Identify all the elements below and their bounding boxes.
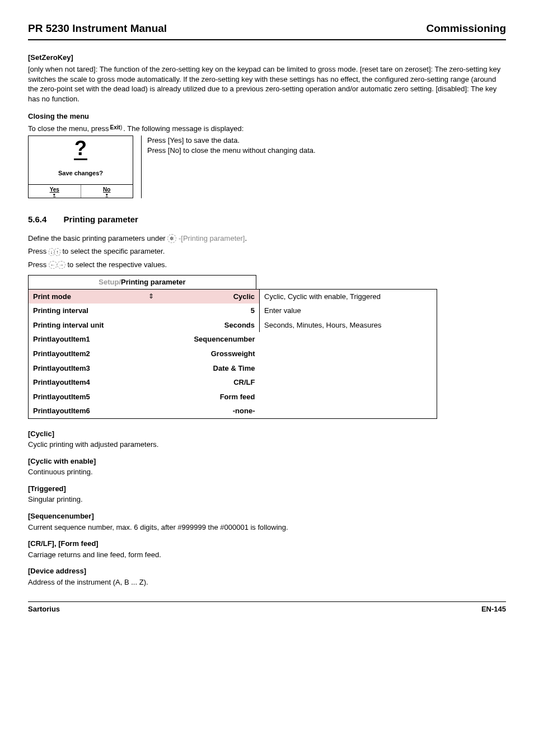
- param-label: Print mode: [29, 289, 144, 304]
- param-note: Cyclic, Cyclic with enable, Triggered: [260, 289, 437, 304]
- down-key-icon: ↓: [49, 248, 55, 256]
- definition-body: Current sequence number, max. 6 digits, …: [28, 522, 506, 533]
- lcd-save-text: Save changes?: [29, 160, 133, 184]
- definition-title: [Cyclic with enable]: [28, 456, 506, 466]
- table-row: PrintlayoutItem4CR/LF: [29, 375, 437, 390]
- param-value: Grossweight: [144, 347, 260, 361]
- section-heading: 5.6.4 Printing parameter: [28, 214, 506, 225]
- table-row: PrintlayoutItem5Form feed: [29, 390, 437, 404]
- setzerokey-title: [SetZeroKey]: [28, 53, 506, 63]
- definition-block: [Sequencenumber]Current sequence number,…: [28, 511, 506, 532]
- closing-line: To close the menu, press Exit . The foll…: [28, 124, 506, 134]
- param-note: Seconds, Minutes, Hours, Measures: [260, 318, 437, 333]
- updown-icon: ⇕: [148, 292, 156, 301]
- definition-block: [Triggered]Singular printing.: [28, 484, 506, 505]
- param-label: PrintlayoutItem1: [29, 332, 144, 347]
- press-no-text: Press [No] to close the menu without cha…: [147, 146, 316, 156]
- setzerokey-body: [only when not tared]: The function of t…: [28, 64, 506, 104]
- footer-left: Sartorius: [28, 604, 60, 614]
- table-header-bold: Printing parameter: [121, 278, 186, 286]
- header-left: PR 5230 Instrument Manual: [28, 21, 167, 36]
- definition-body: Carriage returns and line feed, form fee…: [28, 550, 506, 560]
- definition-block: [Cyclic with enable]Continuous printing.: [28, 456, 506, 477]
- param-value: ⇕Cyclic: [144, 289, 260, 304]
- lcd-screenshot: ? Save changes? Yes▾ No▾: [28, 136, 133, 198]
- table-row: Printing interval5Enter value: [29, 304, 437, 318]
- param-label: PrintlayoutItem4: [29, 375, 144, 390]
- param-table: Print mode⇕CyclicCyclic, Cyclic with ena…: [28, 289, 437, 419]
- param-label: PrintlayoutItem6: [29, 404, 144, 418]
- table-row: PrintlayoutItem3Date & Time: [29, 361, 437, 376]
- param-value: 5: [144, 304, 260, 318]
- press-yes-text: Press [Yes] to save the data.: [147, 136, 316, 146]
- closing-line-pre: To close the menu, press: [28, 124, 109, 134]
- param-value: CR/LF: [144, 375, 260, 390]
- page-footer: Sartorius EN-145: [28, 601, 506, 614]
- question-icon: ?: [29, 136, 133, 160]
- param-note: Enter value: [260, 304, 437, 318]
- footer-right: EN-145: [481, 604, 506, 614]
- section-number: 5.6.4: [28, 214, 46, 224]
- definition-title: [CR/LF], [Form feed]: [28, 539, 506, 549]
- press-leftright-line: Press ←→ to select the respective values…: [28, 260, 506, 270]
- table-row: PrintlayoutItem1Sequencenumber: [29, 332, 437, 347]
- table-row: Printing interval unitSecondsSeconds, Mi…: [29, 318, 437, 333]
- table-header-grey: Setup/: [99, 278, 121, 286]
- param-value: -none-: [144, 404, 260, 418]
- param-label: Printing interval unit: [29, 318, 144, 333]
- definition-title: [Triggered]: [28, 484, 506, 494]
- definition-block: [CR/LF], [Form feed]Carriage returns and…: [28, 539, 506, 559]
- table-row: PrintlayoutItem6-none-: [29, 404, 437, 418]
- page-header: PR 5230 Instrument Manual Commissioning: [28, 21, 506, 40]
- definition-body: Address of the instrument (A, B ... Z).: [28, 577, 506, 587]
- definition-title: [Sequencenumber]: [28, 511, 506, 521]
- press-updown-line: Press ↓↑ to select the specific paramete…: [28, 246, 506, 256]
- left-key-icon: ←: [49, 261, 57, 269]
- table-row: Print mode⇕CyclicCyclic, Cyclic with ena…: [29, 289, 437, 304]
- definition-body: Cyclic printing with adjusted parameters…: [28, 440, 506, 450]
- definition-body: Continuous printing.: [28, 467, 506, 477]
- definition-title: [Device address]: [28, 566, 506, 576]
- param-label: PrintlayoutItem3: [29, 361, 144, 376]
- save-dialog-block: ? Save changes? Yes▾ No▾ Press [Yes] to …: [28, 136, 506, 198]
- lcd-yes-button[interactable]: Yes▾: [29, 185, 81, 198]
- param-label: PrintlayoutItem5: [29, 390, 144, 404]
- definition-body: Singular printing.: [28, 494, 506, 505]
- table-row: PrintlayoutItem2Grossweight: [29, 347, 437, 361]
- closing-title: Closing the menu: [28, 111, 506, 122]
- section-title: Printing parameter: [64, 214, 138, 224]
- lcd-no-button[interactable]: No▾: [81, 185, 133, 198]
- param-value: Sequencenumber: [144, 332, 260, 347]
- table-header: Setup/Printing parameter: [28, 275, 256, 289]
- section-intro: Define the basic printing parameters und…: [28, 234, 506, 244]
- definition-block: [Cyclic]Cyclic printing with adjusted pa…: [28, 429, 506, 450]
- param-label: Printing interval: [29, 304, 144, 318]
- param-value: Seconds: [144, 318, 260, 333]
- param-value: Date & Time: [144, 361, 260, 376]
- closing-line-post: . The following message is displayed:: [123, 124, 243, 134]
- header-right: Commissioning: [426, 21, 506, 36]
- exit-key-icon: Exit: [110, 124, 123, 132]
- dialog-instructions: Press [Yes] to save the data. Press [No]…: [141, 136, 316, 198]
- param-value: Form feed: [144, 390, 260, 404]
- setup-gear-icon: ✲: [167, 234, 176, 243]
- definition-title: [Cyclic]: [28, 429, 506, 439]
- right-key-icon: →: [57, 261, 65, 269]
- up-key-icon: ↑: [54, 248, 60, 256]
- param-label: PrintlayoutItem2: [29, 347, 144, 361]
- printing-parameter-link: -[Printing parameter]: [179, 234, 245, 242]
- definition-block: [Device address]Address of the instrumen…: [28, 566, 506, 587]
- param-table-wrapper: Setup/Printing parameter Print mode⇕Cycl…: [28, 275, 506, 418]
